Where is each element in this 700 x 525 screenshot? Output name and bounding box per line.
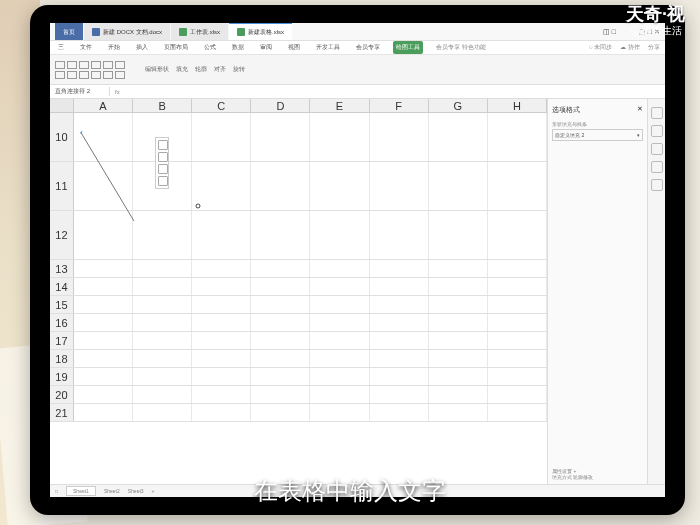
row-16[interactable]: 16 (50, 314, 74, 331)
cursor-icon (195, 203, 201, 209)
col-F[interactable]: F (370, 99, 429, 112)
format-panel: 选项格式 ✕ 形状填充与线条 自定义填充 2▾ 属性设置 + 填充方式 轮廓修改 (547, 99, 647, 484)
fill-button[interactable]: 填充 (174, 64, 190, 75)
titlebar: 首页 新建 DOCX 文档.docx 工作表.xlsx 新建表格.xlsx ◫ … (50, 23, 665, 41)
sheet-tab-3[interactable]: Sheet3 (128, 488, 144, 494)
ribbon-home[interactable]: 开始 (105, 41, 123, 54)
panel-title: 选项格式 (552, 105, 580, 115)
sheet-tab-1[interactable]: Sheet1 (66, 486, 96, 496)
side-icon-5[interactable] (651, 179, 663, 191)
xls-icon (237, 28, 245, 36)
ribbon-dev[interactable]: 开发工具 (313, 41, 343, 54)
ribbon-file[interactable]: 文件 (77, 41, 95, 54)
ribbon: 三 文件 开始 插入 页面布局 公式 数据 审阅 视图 开发工具 会员专享 绘图… (50, 41, 665, 55)
doc-icon (92, 28, 100, 36)
ribbon-drawtools[interactable]: 绘图工具 (393, 41, 423, 54)
ribbon-data[interactable]: 数据 (229, 41, 247, 54)
side-icon-4[interactable] (651, 161, 663, 173)
row-20[interactable]: 20 (50, 386, 74, 403)
col-A[interactable]: A (74, 99, 133, 112)
video-caption: 在表格中输入文字 (254, 475, 446, 507)
sync-status[interactable]: ○ 未同步 (589, 43, 612, 52)
floating-shape-toolbar (155, 137, 169, 189)
panel-select[interactable]: 自定义填充 2▾ (552, 129, 643, 141)
ribbon-insert[interactable]: 插入 (133, 41, 151, 54)
edit-shape-button[interactable]: 编辑形状 (143, 64, 171, 75)
side-icon-1[interactable] (651, 107, 663, 119)
float-btn-1[interactable] (158, 140, 168, 150)
row-11[interactable]: 11 (50, 162, 74, 210)
share-button[interactable]: 分享 (648, 43, 660, 52)
col-G[interactable]: G (429, 99, 488, 112)
row-17[interactable]: 17 (50, 332, 74, 349)
panel-subtitle: 形状填充与线条 (552, 121, 643, 127)
side-icon-3[interactable] (651, 143, 663, 155)
ribbon-extra[interactable]: 会员专享 特色功能 (433, 41, 489, 54)
watermark-icon: Q (630, 26, 640, 36)
col-B[interactable]: B (133, 99, 192, 112)
watermark-brand: 天奇·视 (626, 2, 685, 26)
float-btn-3[interactable] (158, 164, 168, 174)
status-icon[interactable]: □ (55, 488, 58, 494)
name-box[interactable]: 直角连接符 2 (50, 87, 110, 96)
tab-home[interactable]: 首页 (55, 23, 83, 40)
panel-close-icon[interactable]: ✕ (637, 105, 643, 115)
shape-gallery[interactable] (55, 61, 135, 79)
row-15[interactable]: 15 (50, 296, 74, 313)
fx-label[interactable]: fx (110, 89, 125, 95)
watermark-sub: Q 天奇生活 (630, 24, 682, 38)
row-19[interactable]: 19 (50, 368, 74, 385)
float-btn-4[interactable] (158, 176, 168, 186)
row-10[interactable]: 10 (50, 113, 74, 161)
ribbon-member[interactable]: 会员专享 (353, 41, 383, 54)
svg-point-3 (196, 204, 200, 208)
tab-doc2[interactable]: 工作表.xlsx (171, 23, 228, 40)
winctrl-left[interactable]: ◫ □ (603, 28, 616, 36)
col-C[interactable]: C (192, 99, 251, 112)
side-iconbar (647, 99, 665, 484)
align-button[interactable]: 对齐 (212, 64, 228, 75)
column-headers: A B C D E F G H (50, 99, 547, 113)
row-14[interactable]: 14 (50, 278, 74, 295)
tab-doc3[interactable]: 新建表格.xlsx (229, 23, 292, 40)
side-icon-2[interactable] (651, 125, 663, 137)
rotate-button[interactable]: 旋转 (231, 64, 247, 75)
sheet-tab-2[interactable]: Sheet2 (104, 488, 120, 494)
tab-doc1[interactable]: 新建 DOCX 文档.docx (84, 23, 170, 40)
row-18[interactable]: 18 (50, 350, 74, 367)
row-13[interactable]: 13 (50, 260, 74, 277)
toolbar: 编辑形状 填充 轮廓 对齐 旋转 (50, 55, 665, 85)
ribbon-formula[interactable]: 公式 (201, 41, 219, 54)
formula-bar: 直角连接符 2 fx (50, 85, 665, 99)
float-btn-2[interactable] (158, 152, 168, 162)
collab-button[interactable]: ☁ 协作 (620, 43, 640, 52)
main-area: A B C D E F G H 10 11 12 13 14 15 16 17 … (50, 99, 665, 484)
add-sheet-button[interactable]: + (152, 488, 155, 494)
row-21[interactable]: 21 (50, 404, 74, 421)
document-tabs: 首页 新建 DOCX 文档.docx 工作表.xlsx 新建表格.xlsx (55, 23, 292, 40)
select-all-corner[interactable] (50, 99, 74, 112)
chevron-down-icon: ▾ (637, 132, 640, 138)
ribbon-view[interactable]: 视图 (285, 41, 303, 54)
monitor-frame: 首页 新建 DOCX 文档.docx 工作表.xlsx 新建表格.xlsx ◫ … (30, 5, 685, 515)
sheet-area: A B C D E F G H 10 11 12 13 14 15 16 17 … (50, 99, 547, 484)
panel-footer: 属性设置 + 填充方式 轮廓修改 (552, 468, 643, 480)
cell-grid[interactable]: 10 11 12 13 14 15 16 17 18 19 20 21 (50, 113, 547, 484)
row-12[interactable]: 12 (50, 211, 74, 259)
ribbon-layout[interactable]: 页面布局 (161, 41, 191, 54)
xls-icon (179, 28, 187, 36)
col-H[interactable]: H (488, 99, 547, 112)
col-E[interactable]: E (310, 99, 369, 112)
app-window: 首页 新建 DOCX 文档.docx 工作表.xlsx 新建表格.xlsx ◫ … (50, 23, 665, 497)
outline-button[interactable]: 轮廓 (193, 64, 209, 75)
ribbon-menu[interactable]: 三 (55, 41, 67, 54)
col-D[interactable]: D (251, 99, 310, 112)
ribbon-review[interactable]: 审阅 (257, 41, 275, 54)
